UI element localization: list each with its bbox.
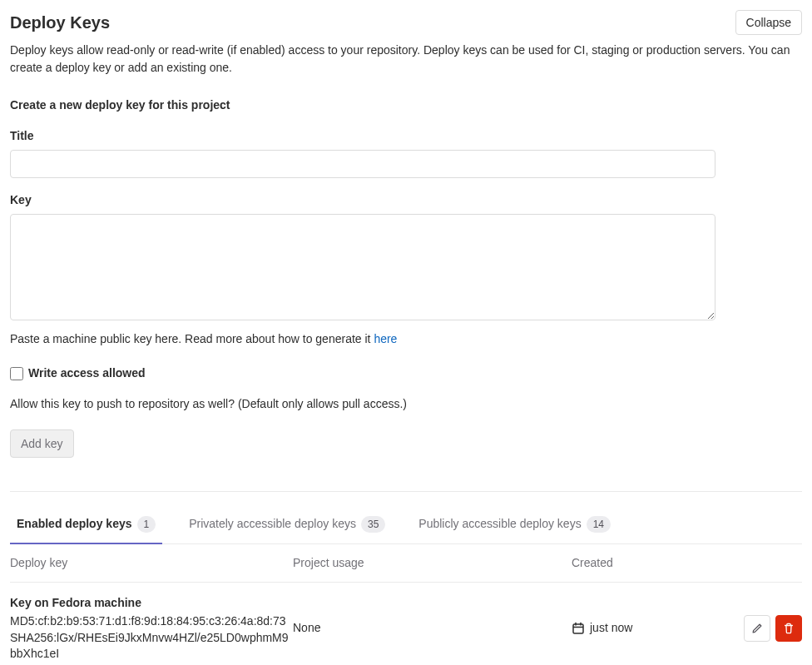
- divider: [10, 491, 802, 492]
- tabs: Enabled deploy keys 1 Privately accessib…: [10, 505, 802, 544]
- title-label: Title: [10, 127, 802, 145]
- section-description: Deploy keys allow read-only or read-writ…: [10, 42, 802, 77]
- title-input[interactable]: [10, 150, 715, 178]
- edit-button[interactable]: [744, 615, 770, 642]
- key-created: just now: [590, 619, 632, 637]
- tab-enabled-keys[interactable]: Enabled deploy keys 1: [10, 505, 162, 544]
- table-header: Deploy key Project usage Created: [10, 544, 802, 583]
- write-access-help: Allow this key to push to repository as …: [10, 395, 802, 413]
- tab-label: Publicly accessible deploy keys: [418, 515, 581, 533]
- tab-private-keys[interactable]: Privately accessible deploy keys 35: [182, 505, 392, 544]
- trash-icon: [783, 623, 795, 634]
- delete-button[interactable]: [775, 615, 802, 642]
- col-header-usage: Project usage: [293, 554, 572, 572]
- collapse-button[interactable]: Collapse: [735, 10, 802, 35]
- tab-label: Enabled deploy keys: [17, 515, 132, 533]
- key-sha256: SHA256:lGx/RHEsEi9JkxMnvw4HZl/e25LD0wphm…: [10, 630, 293, 663]
- key-textarea[interactable]: [10, 214, 715, 320]
- key-help-link[interactable]: here: [374, 332, 397, 345]
- table-row: Key on Fedora machine MD5:cf:b2:b9:53:71…: [10, 583, 802, 665]
- pencil-icon: [751, 623, 763, 634]
- form-subtitle: Create a new deploy key for this project: [10, 97, 802, 114]
- col-header-key: Deploy key: [10, 554, 293, 572]
- write-access-label[interactable]: Write access allowed: [28, 365, 146, 382]
- page-title: Deploy Keys: [10, 10, 110, 35]
- svg-rect-0: [573, 624, 583, 633]
- key-help-text: Paste a machine public key here. Read mo…: [10, 330, 802, 348]
- tab-badge: 35: [361, 516, 385, 533]
- tab-badge: 1: [137, 516, 156, 533]
- tab-label: Privately accessible deploy keys: [189, 515, 356, 533]
- tab-public-keys[interactable]: Publicly accessible deploy keys 14: [412, 505, 617, 544]
- key-usage: None: [293, 619, 572, 637]
- key-title: Key on Fedora machine: [10, 594, 293, 612]
- col-header-created: Created: [572, 554, 655, 572]
- key-label: Key: [10, 191, 802, 209]
- tab-badge: 14: [587, 516, 611, 533]
- key-md5: MD5:cf:b2:b9:53:71:d1:f8:9d:18:84:95:c3:…: [10, 613, 293, 630]
- write-access-checkbox[interactable]: [10, 367, 23, 380]
- add-key-button[interactable]: Add key: [10, 429, 74, 458]
- calendar-icon: [572, 622, 585, 635]
